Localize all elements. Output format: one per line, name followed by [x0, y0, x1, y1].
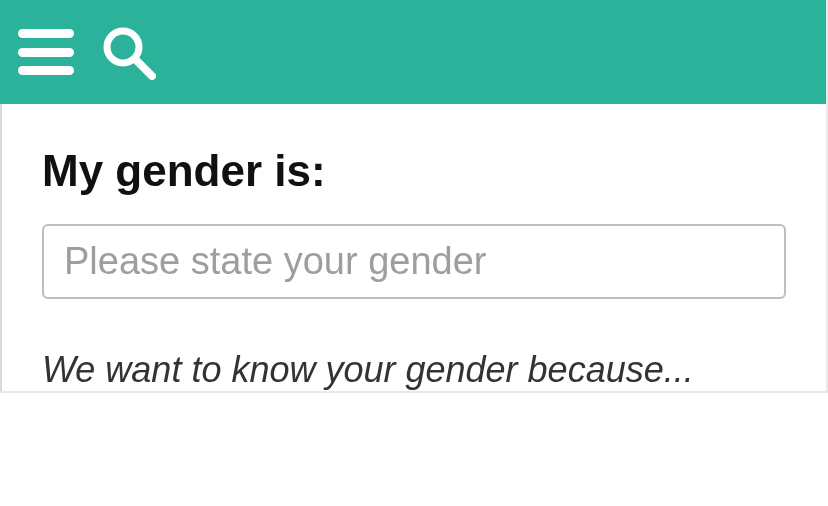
gender-input-wrap	[42, 224, 786, 299]
form-container: My gender is: We want to know your gende…	[0, 104, 826, 391]
gender-heading: My gender is:	[42, 146, 786, 196]
search-icon[interactable]	[100, 24, 156, 80]
svg-line-1	[135, 59, 152, 76]
gender-explanation: We want to know your gender because...	[42, 349, 786, 391]
app-header	[0, 0, 826, 104]
hamburger-icon[interactable]	[18, 29, 74, 75]
gender-input[interactable]	[64, 240, 764, 283]
